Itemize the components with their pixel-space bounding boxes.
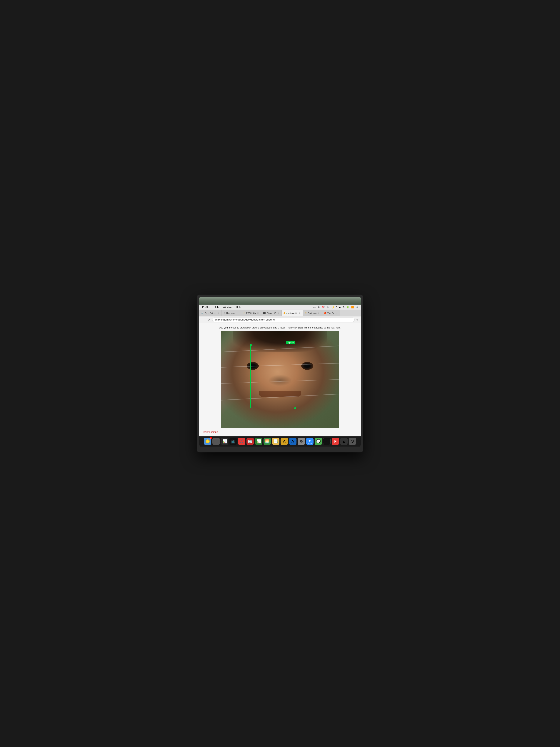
wifi-icon: 📶 [351,306,354,308]
tab-orange-indicator [284,312,285,314]
menu-help[interactable]: Help [235,305,242,309]
dock-monitor[interactable]: 📊 [221,438,228,445]
dock-airdrop-icon: ▲ [342,439,346,443]
delete-sample-button[interactable]: Delete sample [203,431,357,433]
tab-esp32[interactable]: ⚡ ESP32 Ca × [241,310,261,316]
dock-numbers-icon: 📊 [257,439,261,443]
tab-face-detect[interactable]: 🔬 Face Dete… × [199,310,222,316]
instruction-before: Use your mouse to drag a box around an o… [219,326,298,329]
address-bar: ← ↺ studio.edgeimpulse.com/studio/580050… [199,316,361,323]
tab-eloquent-favicon: ⬛ [263,312,266,314]
main-content: Use your mouse to drag a box around an o… [199,323,361,436]
target-icon: 🎯 [322,306,325,308]
tab-howto-title: How to us [226,312,235,314]
dock-zoom-icon: Z [309,440,311,443]
menu-bar-status-icons: zm 👁 🎯 🐘 🌙 A ▶ ⚙ 🔋 📶 🔍 [313,306,358,308]
dock-photos[interactable]: 🌅 [264,438,271,445]
bookmark-icon[interactable]: ☆ [356,318,358,321]
tab-face-detect-title: Face Dete… [205,312,216,314]
tab-howto-close[interactable]: × [236,312,239,314]
crosshair-horizontal [221,389,339,389]
tab-michael[interactable]: ≡ michael01 × [282,310,303,316]
tab-bar: 🔬 Face Dete… × ◎ How to us × ⚡ ESP32 Ca … [199,310,361,316]
tab-michael-close[interactable]: × [298,312,301,314]
menu-window[interactable]: Window [222,305,232,309]
screen: Profiles Tab Window Help zm 👁 🎯 🐘 🌙 A ▶ … [199,297,361,446]
dock-appstore[interactable]: A [289,438,296,445]
dock-appstore-icon: A [292,439,294,443]
tab-howto[interactable]: ◎ How to us × [222,310,241,316]
moon-icon: 🌙 [331,306,334,308]
tab-thispe-title: This Pe [327,312,334,314]
menu-tab[interactable]: Tab [214,305,219,309]
tab-howto-favicon: ◎ [223,312,225,314]
dock-keynote[interactable]: 📑 [272,438,279,445]
instruction-text: Use your mouse to drag a box around an o… [203,326,357,329]
menu-bar: Profiles Tab Window Help zm 👁 🎯 🐘 🌙 A ▶ … [199,305,361,310]
menu-profiles[interactable]: Profiles [202,305,211,309]
top-background [199,297,361,305]
url-input[interactable]: studio.edgeimpulse.com/studio/580050/lab… [212,317,355,322]
controls-icon: ⚙ [343,306,345,308]
dock: 🙂 2 ⠿ 📊 📺 🎵 📰 📊 🌅 [199,436,361,446]
tab-capturing[interactable]: ✳ Capturing × [303,310,322,316]
dock-airdrop[interactable]: ▲ [340,438,348,445]
tab-esp32-favicon: ⚡ [243,312,245,314]
instruction-bold: Save labels [298,326,311,329]
dock-photos-icon: 🌅 [265,439,270,443]
dock-music-icon: 🎵 [239,439,244,443]
tab-capturing-title: Capturing [308,312,317,314]
tab-capturing-close[interactable]: × [317,312,320,314]
dock-timecard[interactable]: ⏱ [349,438,356,445]
dock-music[interactable]: 🎵 [238,438,245,445]
tab-eloquent-close[interactable]: × [277,312,279,314]
dock-appletv-icon: 📺 [231,439,236,443]
dock-infinity-icon: ∞ [325,439,328,443]
dock-pages-icon: A [283,439,285,443]
tab-esp32-title: ESP32 Ca [246,312,256,314]
tab-thispe-favicon: 🍎 [324,312,326,314]
label-image-container[interactable]: ✛ nope 🗑 [221,331,339,428]
dock-zoom-label: zoom [308,443,312,445]
tab-esp32-close[interactable]: × [257,312,259,314]
dock-news-icon: 📰 [248,439,252,443]
zoom-status-icon: zm [313,306,316,308]
tab-michael-favicon: ≡ [286,312,287,314]
tab-michael-title: michael01 [288,312,298,314]
tab-face-detect-favicon: 🔬 [201,312,204,314]
tab-capturing-favicon: ✳ [305,312,307,314]
dock-fujitsu[interactable]: F [332,438,339,445]
dock-finder-badge: 2 [210,437,212,439]
tab-thispe-close[interactable]: × [335,312,338,314]
dock-infinity[interactable]: ∞ [323,438,330,445]
dock-finder-icon: 🙂 [205,439,210,443]
dock-monitor-icon: 📊 [222,439,227,443]
tab-thispe[interactable]: 🍎 This Pe × [322,310,340,316]
dock-messages-icon: 💬 [316,439,321,443]
play-icon: ▶ [339,306,341,308]
refresh-button[interactable]: ↺ [207,318,211,321]
face-nose [268,375,292,386]
face-image[interactable]: ✛ nope 🗑 [221,331,339,428]
eyeball-icon: 👁 [318,306,320,308]
dock-messages[interactable]: 💬 [315,438,322,445]
dock-pages[interactable]: A [281,438,288,445]
tab-eloquent-title: EloquentE [267,312,276,314]
battery-icon: 🔋 [346,306,349,308]
dock-news[interactable]: 📰 [246,438,254,445]
dock-launchpad-icon: ⠿ [215,439,218,443]
dock-finder[interactable]: 🙂 2 [204,438,211,445]
dock-numbers[interactable]: 📊 [255,438,262,445]
tab-eloquent[interactable]: ⬛ EloquentE × [261,310,282,316]
dock-appletv[interactable]: 📺 [230,438,237,445]
text-icon: A [336,306,337,308]
dock-timecard-icon: ⏱ [351,439,354,443]
dock-launchpad[interactable]: ⠿ [212,438,220,445]
laptop-frame: Profiles Tab Window Help zm 👁 🎯 🐘 🌙 A ▶ … [197,294,363,453]
dock-sysprefs[interactable]: ⚙ [298,438,305,445]
tab-face-detect-close[interactable]: × [217,312,220,314]
search-icon[interactable]: 🔍 [356,306,358,308]
dock-zoom[interactable]: Z zoom [306,438,314,445]
dock-sysprefs-icon: ⚙ [300,439,303,443]
back-button[interactable]: ← [202,318,206,321]
